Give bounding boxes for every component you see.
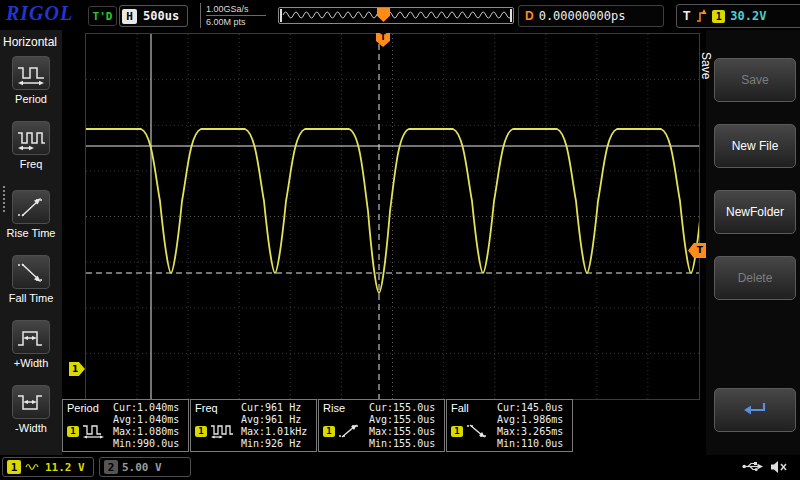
channel-badge: 1 bbox=[323, 426, 335, 437]
timebase-value: 500us bbox=[137, 9, 185, 23]
menu-item-label: Fall Time bbox=[0, 292, 62, 304]
memory-depth: 6.00M pts bbox=[206, 16, 266, 28]
timebase-box[interactable]: H 500us bbox=[119, 5, 188, 27]
menu-item-rise-time[interactable]: Rise Time bbox=[0, 190, 62, 239]
delay-value: 0.00000000ps bbox=[539, 9, 626, 23]
period-icon bbox=[12, 56, 50, 90]
channel-badge: 1 bbox=[195, 426, 207, 437]
usb-icon bbox=[742, 460, 764, 473]
menu-item-fall-time[interactable]: Fall Time bbox=[0, 255, 62, 304]
menu-item-label: Period bbox=[0, 93, 62, 105]
delay-label: D bbox=[525, 9, 534, 23]
trigger-info-box[interactable]: T 1 30.2V bbox=[676, 4, 800, 28]
delay-box: D 0.00000000ps bbox=[518, 5, 664, 27]
graticule-frame bbox=[85, 33, 700, 400]
channel1-position-marker: 1 bbox=[69, 362, 85, 376]
measurement-panel-period: Period 1 Cur:1.040ms Avg:1.040ms Max:1.0… bbox=[62, 399, 189, 452]
channel2-badge: 2 bbox=[104, 460, 118, 474]
measurement-name: Freq bbox=[195, 402, 241, 414]
channel1-scale: 11.2 V bbox=[45, 461, 85, 474]
channel-badge: 1 bbox=[67, 426, 79, 437]
measurement-name: Rise bbox=[323, 402, 369, 414]
fall-time-icon bbox=[12, 255, 50, 289]
left-menu-title: Horizontal bbox=[3, 35, 57, 49]
measurement-cur: Cur:145.0us bbox=[497, 402, 572, 414]
bottom-status-bar: 1 11.2 V 2 5.00 V bbox=[0, 455, 800, 480]
horizontal-badge: H bbox=[122, 9, 137, 24]
trigger-label: T bbox=[683, 9, 690, 23]
menu-item-label: Freq bbox=[0, 158, 62, 170]
trigger-source-badge: 1 bbox=[712, 10, 725, 23]
rise-time-icon bbox=[338, 423, 362, 439]
menu-item-minus-width[interactable]: -Width bbox=[0, 385, 62, 434]
menu-item-plus-width[interactable]: +Width bbox=[0, 320, 62, 369]
trigger-level-value: 30.2V bbox=[730, 9, 766, 23]
channel-badge: 1 bbox=[451, 426, 463, 437]
speaker-icon bbox=[770, 460, 788, 474]
measurement-panel-freq: Freq 1 Cur:961 Hz Avg:961 Hz Max:1.01kHz… bbox=[190, 399, 317, 452]
return-arrow-icon bbox=[740, 400, 770, 420]
channel2-status[interactable]: 2 5.00 V bbox=[99, 457, 191, 477]
rigol-logo: RIGOL bbox=[6, 2, 73, 25]
measurement-name: Period bbox=[67, 402, 113, 414]
freq-icon bbox=[210, 423, 234, 439]
channel1-status[interactable]: 1 11.2 V bbox=[2, 457, 94, 477]
fall-time-icon bbox=[466, 423, 490, 439]
right-menu-title: Save bbox=[699, 52, 713, 79]
menu-item-period[interactable]: Period bbox=[0, 56, 62, 105]
memory-position-bar bbox=[278, 7, 514, 24]
measurement-max: Max:3.265ms bbox=[497, 426, 572, 438]
new-file-button[interactable]: New File bbox=[714, 124, 796, 168]
minus-width-icon bbox=[12, 385, 50, 419]
measurement-avg: Avg:961 Hz bbox=[241, 414, 316, 426]
measurement-cur: Cur:961 Hz bbox=[241, 402, 316, 414]
period-icon bbox=[82, 423, 106, 439]
measurement-min: Min:155.0us bbox=[369, 438, 444, 450]
freq-icon bbox=[12, 121, 50, 155]
measurement-min: Min:926 Hz bbox=[241, 438, 316, 450]
measurement-avg: Avg:1.986ms bbox=[497, 414, 572, 426]
graticule bbox=[86, 34, 699, 399]
trigger-status: T'D bbox=[93, 10, 113, 23]
menu-item-freq[interactable]: Freq bbox=[0, 121, 62, 170]
menu-item-label: Rise Time bbox=[0, 227, 62, 239]
delete-button[interactable]: Delete bbox=[714, 256, 796, 300]
return-button[interactable] bbox=[714, 388, 796, 432]
measurement-avg: Avg:1.040ms bbox=[113, 414, 188, 426]
save-button[interactable]: Save bbox=[714, 58, 796, 102]
measurement-cur: Cur:155.0us bbox=[369, 402, 444, 414]
memory-wave-icon bbox=[283, 12, 512, 18]
sample-rate: 1.00GSa/s bbox=[206, 3, 266, 16]
new-folder-button[interactable]: NewFolder bbox=[714, 190, 796, 234]
measurement-max: Max:1.080ms bbox=[113, 426, 188, 438]
menu-item-label: -Width bbox=[0, 422, 62, 434]
measurement-min: Min:990.0us bbox=[113, 438, 188, 450]
measurement-min: Min:110.0us bbox=[497, 438, 572, 450]
oscilloscope-screen: RIGOL T'D H 500us 1.00GSa/s 6.00M pts D … bbox=[0, 0, 800, 480]
measurement-name: Fall bbox=[451, 402, 497, 414]
measurement-cur: Cur:1.040ms bbox=[113, 402, 188, 414]
measurement-panel-fall: Fall 1 Cur:145.0us Avg:1.986ms Max:3.265… bbox=[446, 399, 573, 452]
channel1-badge: 1 bbox=[7, 460, 21, 474]
measurement-max: Max:1.01kHz bbox=[241, 426, 316, 438]
measurement-max: Max:155.0us bbox=[369, 426, 444, 438]
measurement-panel-rise: Rise 1 Cur:155.0us Avg:155.0us Max:155.0… bbox=[318, 399, 445, 452]
measurement-avg: Avg:155.0us bbox=[369, 414, 444, 426]
channel2-scale: 5.00 V bbox=[122, 461, 162, 474]
menu-item-label: +Width bbox=[0, 357, 62, 369]
channel1-wave-icon bbox=[25, 462, 41, 472]
plus-width-icon bbox=[12, 320, 50, 354]
trigger-status-box: T'D bbox=[88, 6, 117, 26]
acquisition-info: 1.00GSa/s 6.00M pts bbox=[200, 3, 266, 28]
rise-time-icon bbox=[12, 190, 50, 224]
rising-edge-icon bbox=[695, 8, 707, 24]
grid-lines bbox=[86, 34, 699, 399]
